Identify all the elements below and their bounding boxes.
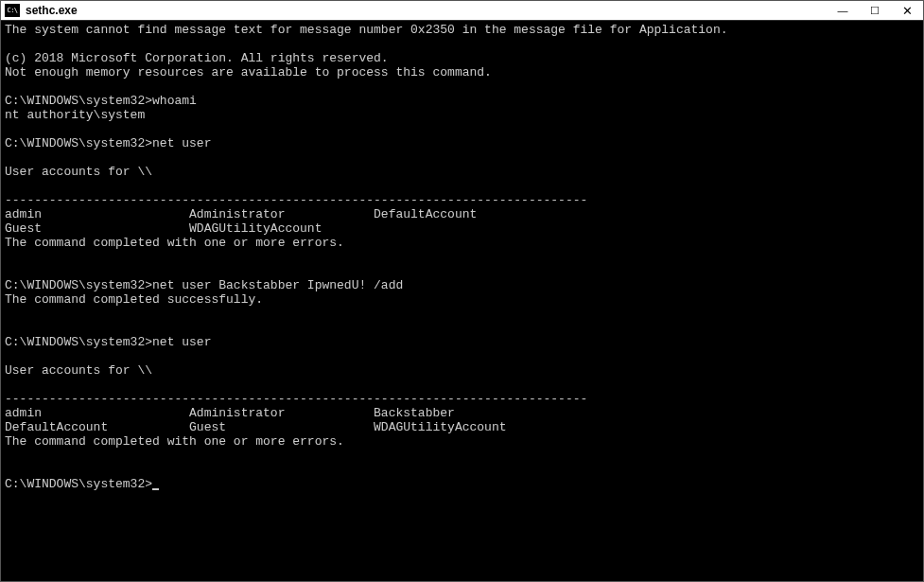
maximize-button[interactable]: ☐ [859, 1, 891, 20]
prompt: C:\WINDOWS\system32> [5, 136, 152, 150]
prompt: C:\WINDOWS\system32> [5, 477, 152, 491]
close-button[interactable]: ✕ [891, 1, 923, 20]
prompt: C:\WINDOWS\system32> [5, 335, 152, 349]
cmd-icon [5, 4, 20, 17]
prompt: C:\WINDOWS\system32> [5, 278, 152, 292]
window-controls: — ☐ ✕ [827, 1, 923, 20]
output-line: Not enough memory resources are availabl… [5, 65, 492, 79]
output-divider: ----------------------------------------… [5, 193, 587, 207]
output-divider: ----------------------------------------… [5, 392, 587, 406]
output-line: admin Administrator Backstabber [5, 406, 455, 420]
output-line: nt authority\system [5, 108, 145, 122]
minimize-button[interactable]: — [827, 1, 859, 20]
terminal-output[interactable]: The system cannot find message text for … [1, 21, 923, 581]
command-input: net user [152, 335, 211, 349]
cursor [152, 488, 159, 490]
output-line: Guest WDAGUtilityAccount [5, 221, 322, 236]
output-line: The command completed successfully. [5, 292, 263, 307]
output-line: The command completed with one or more e… [5, 434, 344, 449]
output-line: The system cannot find message text for … [5, 23, 728, 37]
command-input: net user [152, 136, 211, 150]
output-line: admin Administrator DefaultAccount [5, 207, 477, 221]
command-input: net user Backstabber IpwnedU! /add [152, 278, 403, 292]
prompt: C:\WINDOWS\system32> [5, 94, 152, 108]
output-line: (c) 2018 Microsoft Corporation. All righ… [5, 51, 389, 65]
output-line: The command completed with one or more e… [5, 236, 344, 250]
command-input: whoami [152, 94, 197, 108]
output-line: DefaultAccount Guest WDAGUtilityAccount [5, 420, 507, 434]
titlebar[interactable]: sethc.exe — ☐ ✕ [1, 1, 923, 21]
output-line: User accounts for \\ [5, 165, 152, 179]
output-line: User accounts for \\ [5, 363, 152, 378]
window-frame: sethc.exe — ☐ ✕ The system cannot find m… [0, 0, 924, 582]
window-title: sethc.exe [26, 4, 827, 17]
